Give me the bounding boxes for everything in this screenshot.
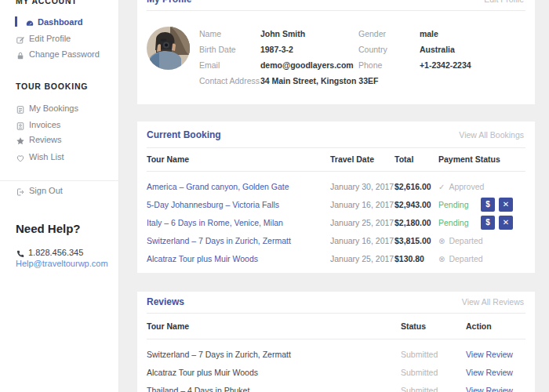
heart-icon [16,152,25,162]
sidebar-item-label: Invoices [29,117,60,132]
tour-link[interactable]: America – Grand canyon, Golden Gate [147,178,289,196]
sidebar-item-label: Dashboard [38,14,82,30]
sidebar-item-label: Wish List [29,149,64,165]
view-review-link[interactable]: View Review [466,382,513,392]
sidebar-item-edit-profile[interactable]: Edit Profile [0,31,119,46]
table-row: 5-Day Johannesburg – Victoria Falls Janu… [137,196,535,214]
cancel-booking-button[interactable]: ✕ [499,216,513,230]
table-row: Switzerland – 7 Days in Zurich, Zermatt … [137,232,535,250]
travel-date: January 25, 2017 [330,250,394,268]
review-status: Submitted [401,382,438,392]
edit-profile-link[interactable]: Edit Profile [484,0,524,5]
help-email-link[interactable]: Help@traveltourwp.com [16,259,108,268]
sidebar-item-invoices[interactable]: Invoices [0,117,119,132]
table-row: America – Grand canyon, Golden Gate Janu… [137,178,535,196]
profile-fields-left: Name John Smith Birth Date 1987-3-2 Emai… [199,26,378,89]
circle-x-icon: ⊗ [438,237,445,245]
sidebar-item-label: Sign Out [29,183,63,198]
tour-name: Switzerland – 7 Days in Zurich, Zermatt [147,346,291,364]
field-label: Name [199,26,258,42]
view-review-link[interactable]: View Review [466,346,513,364]
column-header-payment-status: Payment Status [438,154,500,165]
profile-field: Phone +1-2342-2234 [358,57,471,73]
view-all-bookings-link[interactable]: View All Bookings [459,129,524,140]
column-header-travel-date: Travel Date [330,154,374,165]
circle-x-icon: ⊗ [438,255,445,263]
profile-field: Country Australia [358,42,471,57]
bookings-icon [16,103,25,113]
field-value: male [420,29,438,38]
cancel-booking-button[interactable]: ✕ [499,198,513,212]
column-header-action: Action [466,321,492,332]
tour-link[interactable]: 5-Day Johannesburg – Victoria Falls [147,196,279,214]
payment-status-pending: Pending [438,196,469,214]
booking-card-title: Current Booking [147,129,221,140]
payment-status-departed: ⊗Departed [438,250,483,268]
field-label: Phone [358,57,417,73]
sidebar-item-reviews[interactable]: Reviews [0,132,119,147]
tour-link[interactable]: Italy – 6 Days in Rome, Venice, Milan [147,214,283,232]
tour-link[interactable]: Switzerland – 7 Days in Zurich, Zermatt [147,232,291,250]
field-label: Email [199,57,258,73]
divider [147,147,525,148]
invoice-icon [16,120,25,129]
profile-field: Contact Address 34 Main Street, Kingston… [199,73,378,89]
pay-button[interactable]: $ [481,198,495,212]
status-text: Departed [449,254,482,263]
field-label: Gender [358,26,417,42]
reviews-card-title: Reviews [147,296,184,307]
divider [147,313,525,314]
total-amount: $3,815.00 [394,232,431,250]
payment-status-approved: ✓Approved [438,178,484,196]
profile-card-title: My Profile [147,0,191,5]
field-label: Country [358,42,417,57]
profile-field: Gender male [358,26,471,42]
phone-icon [16,248,25,257]
sidebar-item-change-password[interactable]: Change Password [0,46,119,62]
table-row: Alcatraz Tour plus Muir Woods January 25… [137,250,535,268]
sidebar-item-sign-out[interactable]: Sign Out [0,183,119,198]
pay-button[interactable]: $ [481,216,495,230]
help-phone-number: 1.828.456.345 [28,245,83,260]
field-value: Australia [420,45,455,54]
view-all-reviews-link[interactable]: View All Reviews [462,296,524,307]
lock-icon [16,49,25,59]
field-value: demo@goodlayers.com [260,60,354,70]
table-row: Alcatraz Tour plus Muir Woods Submitted … [137,364,535,382]
tour-name: Alcatraz Tour plus Muir Woods [147,364,258,382]
travel-date: January 16, 2017 [330,196,394,214]
sidebar-item-my-bookings[interactable]: My Bookings [0,100,119,116]
total-amount: $2,616.00 [394,178,431,196]
edit-icon [16,34,25,43]
dashboard-icon [25,17,35,27]
help-phone: 1.828.456.345 [0,245,119,260]
reviews-table-rows: Switzerland – 7 Days in Zurich, Zermatt … [137,346,535,392]
status-text: Approved [449,182,484,191]
divider [147,10,525,11]
review-status: Submitted [401,346,438,364]
tour-link[interactable]: Alcatraz Tour plus Muir Woods [147,250,258,268]
column-header-status: Status [401,321,426,332]
column-header-total: Total [394,154,413,165]
profile-fields-right: Gender male Country Australia Phone +1-2… [358,26,471,73]
payment-status-pending: Pending [438,214,469,232]
view-review-link[interactable]: View Review [466,364,513,382]
sidebar-section-tour-booking: TOUR BOOKING [16,81,88,92]
reviews-card: Reviews View All Reviews Tour Name Statu… [137,292,535,392]
sidebar-item-label: My Bookings [29,100,78,116]
sidebar-item-dashboard[interactable]: Dashboard [0,14,119,30]
sidebar-section-my-account: MY ACCOUNT [16,0,78,6]
travel-date: January 30, 2017 [330,178,394,196]
sidebar-item-label: Change Password [29,46,100,62]
need-help-title: Need Help? [16,222,81,235]
sidebar-item-wish-list[interactable]: Wish List [0,149,119,165]
profile-field: Name John Smith [199,26,378,42]
reviews-table-header: Tour Name Status Action [137,321,535,332]
table-row: Italy – 6 Days in Rome, Venice, Milan Ja… [137,214,535,232]
payment-status-departed: ⊗Departed [438,232,483,250]
divider [147,171,525,172]
sidebar-item-label: Reviews [29,132,62,147]
sign-out-icon [16,186,25,195]
my-profile-card: My Profile Edit Profile Name John Smith … [137,0,535,104]
column-header-tour-name: Tour Name [147,154,189,165]
